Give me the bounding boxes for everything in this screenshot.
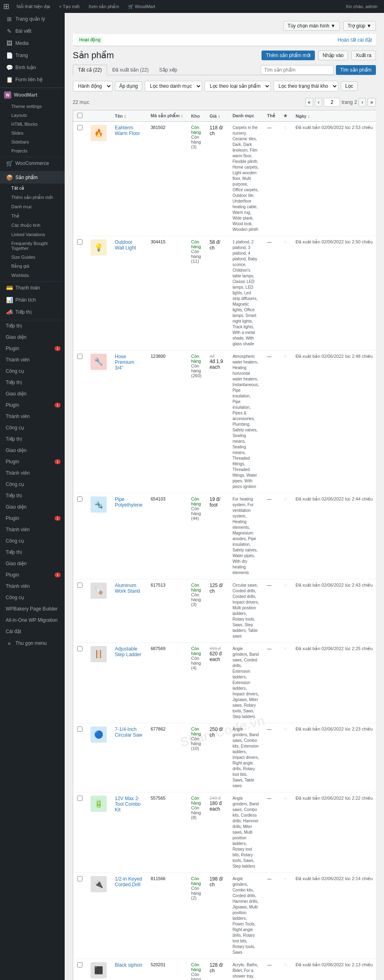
sidebar-item-analytics[interactable]: 📊 Phân tích [0,294,65,306]
sidebar-item-projects[interactable]: Projects [0,146,65,155]
sidebar-plugin-3[interactable]: Plugin1 [0,456,65,467]
product-name-link[interactable]: Aluminum Work Stand [115,583,140,594]
sidebar-thanh-vien-2[interactable]: Thành viên [0,411,65,422]
sidebar-wpbakery[interactable]: WPBakery Page Builder [0,603,65,615]
sidebar-item-comments[interactable]: 💬 Bình luận [0,61,65,74]
complete-setup-link[interactable]: Hoàn tất cài đặt [338,37,372,43]
admin-greeting[interactable]: Xin chào, admin [342,0,381,13]
sidebar-plugin-2[interactable]: Plugin1 [0,399,65,411]
sidebar-cong-cu-4[interactable]: Công cụ [0,535,65,547]
sidebar-item-dashboard[interactable]: ⊞ Trang quản lý [0,13,65,25]
featured-star[interactable]: ☆ [283,876,287,881]
tab-published[interactable]: Đã xuất bản (22) [107,65,154,75]
sidebar-item-products[interactable]: 📦 Sản phẩm [0,171,65,184]
row-checkbox[interactable] [77,354,82,359]
featured-star[interactable]: ☆ [283,796,287,800]
select-all-checkbox[interactable] [77,113,82,118]
row-checkbox[interactable] [77,646,82,651]
product-name-link[interactable]: 1/2-in Keyed Corded Drill [115,876,142,887]
sidebar-item-marketing[interactable]: 📣 Tiếp thị [0,306,65,318]
sidebar-item-woocommerce[interactable]: 🛒 WooCommerce [0,157,65,169]
sidebar-plugin-5[interactable]: Plugin1 [0,569,65,581]
sidebar-item-attributes[interactable]: Các thuộc tính [0,221,65,230]
sidebar-giao-dien-3[interactable]: Giao diện [0,445,65,456]
sidebar-giao-dien-2[interactable]: Giao diện [0,388,65,399]
sidebar-plugin[interactable]: Plugin 1 [0,343,65,354]
row-checkbox[interactable] [77,876,82,881]
sidebar-plugin-4[interactable]: Plugin1 [0,513,65,524]
action-select[interactable]: Hành động [73,81,112,91]
sidebar-item-add-product[interactable]: Thêm sản phẩm mới [0,193,65,202]
product-name-link[interactable]: 7-1/4-Inch Circular Saw [115,727,142,738]
sidebar-thanh-vien-5[interactable]: Thành viên [0,581,65,592]
th-sku[interactable]: Mã sản phẩm ↕ [147,110,187,122]
import-button[interactable]: Nhập vào [318,51,348,60]
type-filter[interactable]: Lọc theo loại sản phẩm [205,81,271,91]
wordpress-logo-icon[interactable]: ⊞ [3,2,9,11]
row-checkbox[interactable] [77,796,82,801]
sidebar-all-in-one[interactable]: All-in-One WP Migration [0,615,65,626]
status-filter[interactable]: Lọc theo trạng thái kho [273,81,338,91]
sidebar-item-theme-settings[interactable]: Theme settings [0,102,65,111]
sidebar-giao-dien[interactable]: Giao diện [0,332,65,343]
sidebar-item-linked-variations[interactable]: Linked Variations [0,230,65,239]
th-price[interactable]: Giá ↕ [205,110,228,122]
row-checkbox[interactable] [77,125,82,130]
th-featured[interactable]: ★ [279,110,291,122]
woodmart-link[interactable]: 🛒 WoodMart [125,0,159,13]
tab-sorted[interactable]: Sắp xếp [154,65,183,75]
featured-star[interactable]: ☆ [283,354,287,359]
sidebar-item-frequently-bought[interactable]: Frequently Bought Together [0,239,65,253]
sidebar-item-html-blocks[interactable]: HTML Blocks [0,120,65,129]
new-items-menu[interactable]: + Tạo mới [56,0,83,13]
sidebar-tiep-thi-5[interactable]: Tiếp thị [0,547,65,558]
first-page-button[interactable]: « [305,98,314,107]
sidebar-item-slides[interactable]: Slides [0,129,65,137]
featured-star[interactable]: ☆ [283,496,287,501]
sidebar-giao-dien-4[interactable]: Giao diện [0,501,65,513]
product-name-link[interactable]: Hose Premium 3/4" [115,354,134,371]
sidebar-item-layouts[interactable]: Layouts [0,111,65,120]
row-checkbox[interactable] [77,583,82,588]
screen-options-button[interactable]: Tùy chọn màn hình ▼ [283,21,340,31]
product-name-link[interactable]: 12V Max 2-Tool Combo Kit [115,796,141,813]
sidebar-tiep-thi[interactable]: Tiếp thị [0,320,65,332]
sidebar-item-all-products[interactable]: Tất cả [0,184,65,193]
product-name-link[interactable]: Pipe Polyethylene [115,496,143,508]
sidebar-collapse-menu[interactable]: « Thu gọn menu [0,637,65,649]
apply-button[interactable]: Áp dụng [115,81,142,91]
search-button[interactable]: Tìm sản phẩm [336,65,376,75]
sidebar-item-checkout[interactable]: 💳 Thanh toán [0,282,65,294]
page-number-input[interactable] [324,98,340,107]
help-button[interactable]: Trợ giúp ▼ [343,21,376,31]
row-checkbox[interactable] [77,962,82,967]
sidebar-cai-dat[interactable]: Cài đặt [0,626,65,637]
sidebar-tiep-thi-2[interactable]: Tiếp thị [0,377,65,388]
featured-star[interactable]: ☆ [283,727,287,731]
featured-star[interactable]: ☆ [283,125,287,130]
sidebar-thanh-vien-4[interactable]: Thành viên [0,524,65,535]
next-page-button[interactable]: › [359,98,366,107]
sidebar-item-posts[interactable]: ✎ Bài viết [0,25,65,37]
filter-button[interactable]: Lọc [341,81,358,91]
sidebar-tiep-thi-3[interactable]: Tiếp thị [0,433,65,445]
add-product-button[interactable]: Thêm sản phẩm mới [262,51,315,60]
export-button[interactable]: Xuất ra [351,51,376,60]
sidebar-thanh-vien-3[interactable]: Thành viên [0,467,65,479]
th-category[interactable]: Danh mục [228,110,263,122]
last-page-button[interactable]: » [367,98,376,107]
category-filter[interactable]: Lọc theo danh mục [145,81,202,91]
th-name[interactable]: Tên ↕ [111,110,147,122]
row-checkbox[interactable] [77,496,82,502]
row-checkbox[interactable] [77,239,82,245]
featured-star[interactable]: ☆ [283,239,287,244]
product-name-link[interactable]: Eahterm Warm Floor [115,125,140,136]
product-name-link[interactable]: Outdoor Wall Light [115,239,136,251]
featured-star[interactable]: ☆ [283,583,287,587]
sidebar-cong-cu-3[interactable]: Công cụ [0,479,65,490]
th-tags[interactable]: Thẻ [263,110,279,122]
sidebar-item-pages[interactable]: 📄 Trang [0,49,65,61]
featured-star[interactable]: ☆ [283,962,287,967]
sidebar-item-wishlists[interactable]: Wishlists [0,271,65,280]
sidebar-item-sidebars[interactable]: Sidebars [0,137,65,146]
